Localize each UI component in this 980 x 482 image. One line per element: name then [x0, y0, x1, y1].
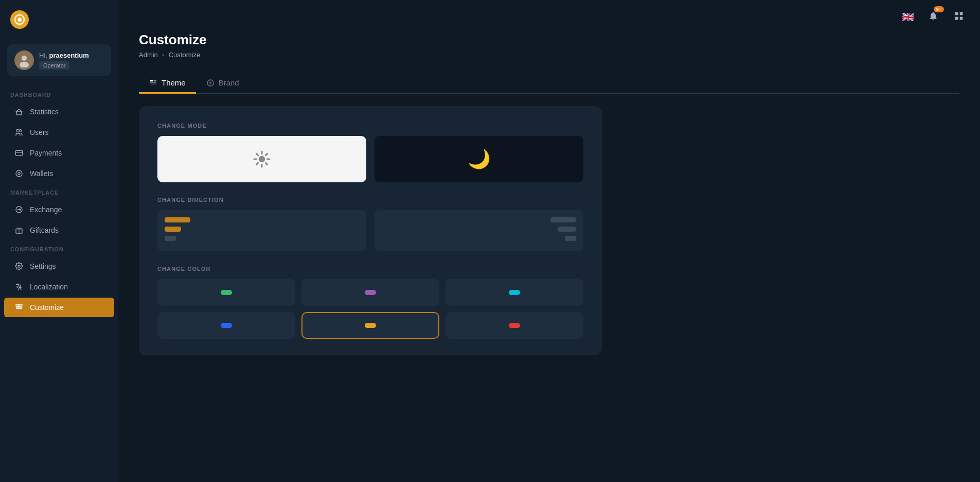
dir-bar-r3 — [565, 236, 576, 241]
light-mode-card[interactable] — [157, 136, 366, 182]
svg-rect-4 — [16, 112, 21, 115]
svg-point-1 — [17, 18, 22, 22]
main-content: 🇬🇧 9+ Customize Admin ● Customize — [118, 0, 980, 482]
color-dot-purple — [365, 290, 376, 295]
exchange-icon — [14, 205, 24, 214]
svg-rect-19 — [955, 17, 958, 20]
breadcrumb-customize: Customize — [169, 51, 200, 59]
rtl-direction-card[interactable] — [375, 210, 583, 251]
sidebar-item-label-wallets: Wallets — [30, 169, 53, 178]
moon-icon: 🌙 — [468, 148, 491, 170]
dark-mode-card[interactable]: 🌙 — [375, 136, 583, 182]
sun-icon — [253, 150, 271, 168]
sidebar-item-label-giftcards: Giftcards — [30, 226, 59, 234]
tab-theme-label: Theme — [162, 78, 186, 87]
bell-icon — [928, 11, 938, 21]
dir-bar-2 — [165, 227, 181, 232]
svg-rect-23 — [150, 82, 156, 82]
breadcrumb: Admin ● Customize — [139, 51, 959, 59]
brand-tab-icon — [206, 79, 215, 87]
tab-brand[interactable]: Brand — [196, 73, 250, 94]
role-badge: Operator — [39, 61, 69, 70]
sidebar-item-label-settings: Settings — [30, 262, 56, 270]
color-dot-cyan — [509, 290, 520, 295]
svg-point-12 — [18, 265, 20, 267]
greeting: Hi, praesentium — [39, 51, 89, 59]
user-card: Hi, praesentium Operator — [7, 44, 111, 76]
language-selector[interactable]: 🇬🇧 — [902, 11, 916, 21]
svg-rect-22 — [154, 80, 156, 81]
nav-section-dashboard: DASHBOARD — [0, 87, 118, 101]
svg-rect-15 — [16, 307, 22, 307]
svg-line-33 — [265, 163, 267, 164]
svg-rect-6 — [15, 150, 22, 155]
color-dot-blue — [221, 323, 232, 328]
sidebar-item-customize[interactable]: Customize — [4, 298, 114, 317]
change-direction-label: CHANGE DIRECTION — [157, 197, 583, 203]
svg-line-34 — [265, 153, 267, 155]
topbar: 🇬🇧 9+ — [118, 0, 980, 32]
wallets-icon — [14, 169, 24, 178]
color-dot-green — [221, 290, 232, 295]
svg-rect-14 — [20, 304, 22, 306]
theme-tab-icon — [149, 79, 157, 87]
color-card-purple[interactable] — [301, 279, 439, 306]
page-content: Customize Admin ● Customize Theme — [118, 32, 980, 482]
dir-bar-1 — [165, 217, 190, 222]
color-card-cyan[interactable] — [446, 279, 583, 306]
change-color-label: CHANGE COLOR — [157, 266, 583, 272]
direction-row — [157, 210, 583, 251]
color-card-blue[interactable] — [157, 312, 295, 339]
breadcrumb-admin[interactable]: Admin — [139, 51, 158, 59]
ltr-direction-card[interactable] — [157, 210, 366, 251]
svg-line-35 — [256, 163, 258, 164]
apps-button[interactable] — [950, 7, 968, 25]
app-logo[interactable] — [10, 10, 29, 29]
sidebar-item-users[interactable]: Users — [4, 123, 114, 142]
svg-point-9 — [18, 173, 20, 175]
svg-point-5 — [16, 129, 19, 132]
nav-section-marketplace: MARKETPLACE — [0, 184, 118, 199]
tab-brand-label: Brand — [219, 78, 239, 87]
sidebar-item-label-payments: Payments — [30, 149, 62, 157]
giftcards-icon — [14, 226, 24, 235]
color-dot-gold — [365, 323, 376, 328]
sidebar-item-exchange[interactable]: Exchange — [4, 200, 114, 219]
svg-rect-16 — [16, 308, 22, 308]
svg-rect-21 — [150, 80, 153, 81]
sidebar-item-label-users: Users — [30, 128, 49, 136]
color-card-gold[interactable] — [301, 312, 439, 339]
color-card-green[interactable] — [157, 279, 295, 306]
sidebar-logo — [0, 0, 118, 39]
svg-rect-17 — [955, 12, 958, 15]
sidebar-item-settings[interactable]: Settings — [4, 256, 114, 276]
svg-line-32 — [256, 153, 258, 155]
notification-badge: 9+ — [934, 6, 944, 12]
change-mode-label: CHANGE MODE — [157, 123, 583, 129]
color-card-red[interactable] — [446, 312, 583, 339]
nav-section-configuration: CONFIGURATION — [0, 241, 118, 255]
dir-bar-3 — [165, 236, 176, 241]
svg-point-3 — [20, 62, 29, 67]
sidebar-nav: DASHBOARDStatisticsUsersPaymentsWalletsM… — [0, 87, 118, 318]
customize-icon — [14, 303, 24, 312]
sidebar-item-giftcards[interactable]: Giftcards — [4, 220, 114, 240]
sidebar-item-payments[interactable]: Payments — [4, 143, 114, 163]
sidebar-item-label-localization: Localization — [30, 283, 68, 291]
color-grid — [157, 279, 583, 339]
notifications-button[interactable]: 9+ — [924, 7, 942, 25]
grid-icon — [954, 11, 964, 21]
localization-icon — [14, 282, 24, 291]
sidebar-item-label-exchange: Exchange — [30, 205, 62, 214]
sidebar-item-localization[interactable]: Localization — [4, 277, 114, 297]
mode-row: 🌙 — [157, 136, 583, 182]
breadcrumb-sep: ● — [162, 53, 165, 57]
user-info: Hi, praesentium Operator — [39, 51, 89, 70]
tab-theme[interactable]: Theme — [139, 73, 196, 94]
sidebar-item-wallets[interactable]: Wallets — [4, 164, 114, 183]
sidebar: Hi, praesentium Operator DASHBOARDStatis… — [0, 0, 118, 482]
flag-icon: 🇬🇧 — [902, 11, 915, 21]
svg-rect-24 — [150, 83, 156, 84]
svg-point-8 — [16, 170, 22, 177]
sidebar-item-statistics[interactable]: Statistics — [4, 102, 114, 122]
